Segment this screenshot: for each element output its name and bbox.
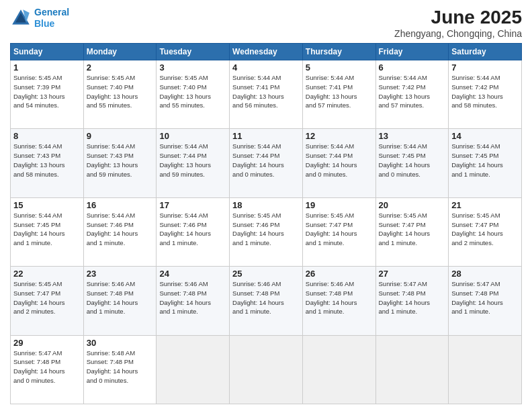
calendar-cell: 9Sunrise: 5:44 AM Sunset: 7:43 PM Daylig… <box>83 129 157 197</box>
day-detail: Sunrise: 5:44 AM Sunset: 7:45 PM Dayligh… <box>451 142 519 179</box>
calendar-cell: 3Sunrise: 5:45 AM Sunset: 7:40 PM Daylig… <box>157 60 230 129</box>
calendar-cell: 2Sunrise: 5:45 AM Sunset: 7:40 PM Daylig… <box>83 60 157 129</box>
day-detail: Sunrise: 5:44 AM Sunset: 7:46 PM Dayligh… <box>159 211 226 248</box>
day-detail: Sunrise: 5:44 AM Sunset: 7:43 PM Dayligh… <box>87 142 154 179</box>
day-detail: Sunrise: 5:45 AM Sunset: 7:46 PM Dayligh… <box>232 211 300 248</box>
day-number: 3 <box>159 62 226 73</box>
calendar-cell: 24Sunrise: 5:46 AM Sunset: 7:48 PM Dayli… <box>157 267 230 335</box>
logo-general: General <box>34 7 69 17</box>
day-detail: Sunrise: 5:44 AM Sunset: 7:45 PM Dayligh… <box>379 142 446 179</box>
day-detail: Sunrise: 5:44 AM Sunset: 7:44 PM Dayligh… <box>306 142 373 179</box>
day-number: 4 <box>232 62 300 73</box>
col-header-thursday: Thursday <box>302 44 375 60</box>
calendar-cell <box>375 335 449 404</box>
calendar-cell: 14Sunrise: 5:44 AM Sunset: 7:45 PM Dayli… <box>449 129 522 197</box>
calendar-week-row: 8Sunrise: 5:44 AM Sunset: 7:43 PM Daylig… <box>11 129 522 197</box>
col-header-monday: Monday <box>83 44 157 60</box>
day-number: 18 <box>232 200 300 210</box>
calendar-cell: 30Sunrise: 5:48 AM Sunset: 7:48 PM Dayli… <box>83 335 157 404</box>
day-detail: Sunrise: 5:47 AM Sunset: 7:48 PM Dayligh… <box>379 279 446 316</box>
day-number: 1 <box>13 62 81 73</box>
day-detail: Sunrise: 5:44 AM Sunset: 7:44 PM Dayligh… <box>232 142 300 179</box>
calendar-cell: 12Sunrise: 5:44 AM Sunset: 7:44 PM Dayli… <box>302 129 375 197</box>
col-header-tuesday: Tuesday <box>157 44 230 60</box>
day-detail: Sunrise: 5:44 AM Sunset: 7:45 PM Dayligh… <box>13 211 81 248</box>
calendar-cell: 6Sunrise: 5:44 AM Sunset: 7:42 PM Daylig… <box>375 60 449 129</box>
day-number: 10 <box>159 131 226 141</box>
calendar-cell: 28Sunrise: 5:47 AM Sunset: 7:48 PM Dayli… <box>449 267 522 335</box>
day-number: 15 <box>13 200 81 210</box>
day-number: 14 <box>451 131 519 141</box>
day-detail: Sunrise: 5:44 AM Sunset: 7:41 PM Dayligh… <box>232 73 300 110</box>
calendar-cell: 1Sunrise: 5:45 AM Sunset: 7:39 PM Daylig… <box>11 60 84 129</box>
day-detail: Sunrise: 5:47 AM Sunset: 7:48 PM Dayligh… <box>13 349 81 385</box>
calendar-cell: 16Sunrise: 5:44 AM Sunset: 7:46 PM Dayli… <box>83 197 157 266</box>
day-detail: Sunrise: 5:45 AM Sunset: 7:47 PM Dayligh… <box>379 211 446 248</box>
logo-text: General Blue <box>34 7 69 30</box>
calendar-cell: 29Sunrise: 5:47 AM Sunset: 7:48 PM Dayli… <box>11 335 84 404</box>
day-number: 7 <box>451 62 519 73</box>
day-number: 13 <box>379 131 446 141</box>
calendar-cell: 21Sunrise: 5:45 AM Sunset: 7:47 PM Dayli… <box>449 197 522 266</box>
col-header-friday: Friday <box>375 44 449 60</box>
day-detail: Sunrise: 5:46 AM Sunset: 7:48 PM Dayligh… <box>87 279 154 316</box>
calendar-subtitle: Zhengyang, Chongqing, China <box>394 28 522 39</box>
day-number: 8 <box>13 131 81 141</box>
day-number: 20 <box>379 200 446 210</box>
day-number: 30 <box>87 338 154 348</box>
day-detail: Sunrise: 5:45 AM Sunset: 7:40 PM Dayligh… <box>87 73 154 110</box>
logo: General Blue <box>10 7 69 30</box>
calendar-cell: 10Sunrise: 5:44 AM Sunset: 7:44 PM Dayli… <box>157 129 230 197</box>
day-detail: Sunrise: 5:44 AM Sunset: 7:44 PM Dayligh… <box>159 142 226 179</box>
day-number: 2 <box>87 62 154 73</box>
calendar-cell: 22Sunrise: 5:45 AM Sunset: 7:47 PM Dayli… <box>11 267 84 335</box>
calendar-cell: 20Sunrise: 5:45 AM Sunset: 7:47 PM Dayli… <box>375 197 449 266</box>
calendar-week-row: 15Sunrise: 5:44 AM Sunset: 7:45 PM Dayli… <box>11 197 522 266</box>
day-detail: Sunrise: 5:45 AM Sunset: 7:39 PM Dayligh… <box>13 73 81 110</box>
day-number: 5 <box>306 62 373 73</box>
day-number: 28 <box>451 269 519 279</box>
calendar-cell <box>449 335 522 404</box>
calendar-cell: 25Sunrise: 5:46 AM Sunset: 7:48 PM Dayli… <box>230 267 303 335</box>
day-detail: Sunrise: 5:48 AM Sunset: 7:48 PM Dayligh… <box>87 349 154 385</box>
header: General Blue June 2025 Zhengyang, Chongq… <box>10 7 522 39</box>
page: General Blue June 2025 Zhengyang, Chongq… <box>0 0 532 411</box>
day-detail: Sunrise: 5:46 AM Sunset: 7:48 PM Dayligh… <box>306 279 373 316</box>
day-number: 19 <box>306 200 373 210</box>
day-detail: Sunrise: 5:46 AM Sunset: 7:48 PM Dayligh… <box>232 279 300 316</box>
calendar-week-row: 22Sunrise: 5:45 AM Sunset: 7:47 PM Dayli… <box>11 267 522 335</box>
day-detail: Sunrise: 5:44 AM Sunset: 7:42 PM Dayligh… <box>451 73 519 110</box>
calendar-cell: 17Sunrise: 5:44 AM Sunset: 7:46 PM Dayli… <box>157 197 230 266</box>
calendar-table: SundayMondayTuesdayWednesdayThursdayFrid… <box>10 43 522 404</box>
col-header-saturday: Saturday <box>449 44 522 60</box>
calendar-cell: 11Sunrise: 5:44 AM Sunset: 7:44 PM Dayli… <box>230 129 303 197</box>
calendar-cell: 26Sunrise: 5:46 AM Sunset: 7:48 PM Dayli… <box>302 267 375 335</box>
day-detail: Sunrise: 5:45 AM Sunset: 7:47 PM Dayligh… <box>306 211 373 248</box>
day-number: 25 <box>232 269 300 279</box>
day-number: 29 <box>13 338 81 348</box>
day-number: 9 <box>87 131 154 141</box>
day-number: 26 <box>306 269 373 279</box>
day-number: 23 <box>87 269 154 279</box>
calendar-cell: 15Sunrise: 5:44 AM Sunset: 7:45 PM Dayli… <box>11 197 84 266</box>
calendar-cell: 18Sunrise: 5:45 AM Sunset: 7:46 PM Dayli… <box>230 197 303 266</box>
calendar-cell: 27Sunrise: 5:47 AM Sunset: 7:48 PM Dayli… <box>375 267 449 335</box>
calendar-week-row: 1Sunrise: 5:45 AM Sunset: 7:39 PM Daylig… <box>11 60 522 129</box>
day-number: 22 <box>13 269 81 279</box>
calendar-cell: 19Sunrise: 5:45 AM Sunset: 7:47 PM Dayli… <box>302 197 375 266</box>
logo-blue: Blue <box>34 18 54 29</box>
calendar-cell: 4Sunrise: 5:44 AM Sunset: 7:41 PM Daylig… <box>230 60 303 129</box>
day-number: 24 <box>159 269 226 279</box>
calendar-cell <box>302 335 375 404</box>
calendar-title: June 2025 <box>394 7 522 28</box>
day-detail: Sunrise: 5:44 AM Sunset: 7:42 PM Dayligh… <box>379 73 446 110</box>
logo-icon <box>10 7 32 29</box>
calendar-cell: 23Sunrise: 5:46 AM Sunset: 7:48 PM Dayli… <box>83 267 157 335</box>
day-detail: Sunrise: 5:45 AM Sunset: 7:47 PM Dayligh… <box>13 279 81 316</box>
day-detail: Sunrise: 5:44 AM Sunset: 7:46 PM Dayligh… <box>87 211 154 248</box>
day-detail: Sunrise: 5:46 AM Sunset: 7:48 PM Dayligh… <box>159 279 226 316</box>
day-detail: Sunrise: 5:44 AM Sunset: 7:43 PM Dayligh… <box>13 142 81 179</box>
day-number: 16 <box>87 200 154 210</box>
col-header-sunday: Sunday <box>11 44 84 60</box>
day-number: 12 <box>306 131 373 141</box>
